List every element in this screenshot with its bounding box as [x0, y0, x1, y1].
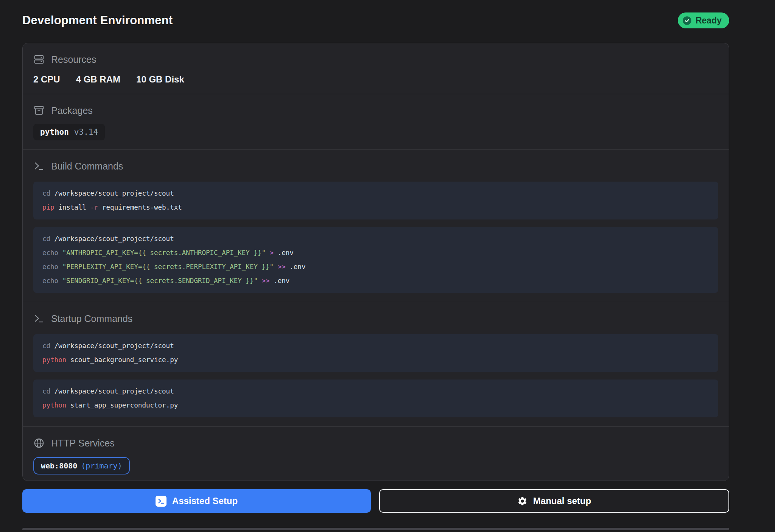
code-token: /workspace/scout_project/scout: [50, 387, 174, 395]
check-circle-icon: [682, 16, 692, 26]
assisted-setup-button[interactable]: Assisted Setup: [22, 489, 371, 513]
code-token: python: [42, 356, 66, 364]
section-startup-commands: Startup Commands cd /workspace/scout_pro…: [23, 302, 729, 427]
code-line: cd /workspace/scout_project/scout: [42, 339, 709, 353]
http-service-name: web:8080: [41, 461, 77, 470]
section-resources: Resources 2 CPU4 GB RAM10 GB Disk: [23, 43, 729, 94]
code-token: cd: [42, 342, 50, 350]
code-token: [58, 263, 62, 271]
code-token: .env: [270, 277, 290, 285]
packages-title: Packages: [51, 105, 93, 116]
status-badge: Ready: [678, 12, 729, 28]
code-token: echo: [42, 277, 58, 285]
code-token: [258, 277, 262, 285]
code-token: cd: [42, 235, 50, 243]
http-service-badge[interactable]: web:8080 (primary): [33, 457, 130, 474]
code-token: scout_background_service.py: [66, 356, 178, 364]
resource-item: 10 GB Disk: [136, 74, 184, 85]
code-block: cd /workspace/scout_project/scoutpip ins…: [33, 182, 718, 219]
startup-commands-title: Startup Commands: [51, 313, 132, 324]
section-packages: Packages python v3.14: [23, 94, 729, 150]
terminal-icon: [33, 160, 45, 172]
resource-item: 2 CPU: [33, 74, 60, 85]
package-version: v3.14: [74, 128, 98, 137]
code-token: "ANTHROPIC_API_KEY={{ secrets.ANTHROPIC_…: [62, 249, 266, 257]
archive-icon: [33, 105, 45, 116]
package-badge[interactable]: python v3.14: [33, 124, 105, 140]
code-block: cd /workspace/scout_project/scoutpython …: [33, 334, 718, 372]
code-token: >>: [278, 263, 286, 271]
code-token: [266, 249, 270, 257]
code-line: cd /workspace/scout_project/scout: [42, 384, 709, 398]
code-line: pip install -r requirements-web.txt: [42, 201, 709, 215]
code-token: "SENDGRID_API_KEY={{ secrets.SENDGRID_AP…: [62, 277, 258, 285]
terminal-icon: [33, 313, 45, 324]
page-header: Development Environment Ready: [22, 12, 729, 29]
section-build-commands: Build Commands cd /workspace/scout_proje…: [23, 150, 729, 302]
code-token: cd: [42, 387, 50, 395]
startup-commands-header: Startup Commands: [33, 313, 718, 324]
code-token: echo: [42, 263, 58, 271]
code-line: echo "PERPLEXITY_API_KEY={{ secrets.PERP…: [42, 260, 709, 274]
code-token: [274, 263, 278, 271]
resource-item: 4 GB RAM: [76, 74, 120, 85]
manual-setup-button[interactable]: Manual setup: [379, 489, 729, 513]
http-services-header: HTTP Services: [33, 437, 718, 449]
code-token: cd: [42, 190, 50, 197]
code-line: echo "ANTHROPIC_API_KEY={{ secrets.ANTHR…: [42, 246, 709, 260]
resources-header: Resources: [33, 54, 718, 65]
packages-header: Packages: [33, 105, 718, 116]
resource-row: 2 CPU4 GB RAM10 GB Disk: [33, 74, 718, 85]
http-service-note: (primary): [81, 461, 122, 470]
page: Development Environment Ready: [22, 0, 729, 530]
code-token: start_app_superconductor.py: [66, 401, 178, 409]
code-token: >>: [262, 277, 270, 285]
gear-icon: [517, 496, 528, 506]
code-token: /workspace/scout_project/scout: [50, 190, 174, 197]
code-block: cd /workspace/scout_project/scoutpython …: [33, 380, 718, 417]
code-line: cd /workspace/scout_project/scout: [42, 232, 709, 246]
package-name: python: [40, 128, 69, 137]
code-token: /workspace/scout_project/scout: [50, 235, 174, 243]
resources-title: Resources: [51, 54, 96, 65]
code-token: python: [42, 401, 66, 409]
status-label: Ready: [696, 16, 722, 26]
code-token: pip: [42, 204, 54, 211]
assisted-setup-label: Assisted Setup: [172, 496, 238, 506]
code-token: requirements-web.txt: [98, 204, 182, 211]
code-block: cd /workspace/scout_project/scoutecho "A…: [33, 227, 718, 293]
code-token: >: [270, 249, 274, 257]
build-commands-title: Build Commands: [51, 161, 123, 172]
code-line: python scout_background_service.py: [42, 353, 709, 367]
next-card-top-edge: [22, 528, 729, 530]
code-token: .env: [274, 249, 294, 257]
environment-card: Resources 2 CPU4 GB RAM10 GB Disk Packag…: [22, 43, 729, 481]
code-line: cd /workspace/scout_project/scout: [42, 187, 709, 201]
code-token: echo: [42, 249, 58, 257]
page-title: Development Environment: [22, 14, 173, 27]
build-commands-header: Build Commands: [33, 160, 718, 172]
section-http-services: HTTP Services web:8080 (primary): [23, 427, 729, 481]
http-services-title: HTTP Services: [51, 438, 115, 449]
globe-icon: [33, 437, 45, 449]
code-token: -r: [90, 204, 98, 211]
code-token: /workspace/scout_project/scout: [50, 342, 174, 350]
terminal-icon: [156, 496, 167, 507]
code-token: [58, 249, 62, 257]
server-icon: [33, 54, 45, 65]
footer-actions: Assisted Setup Manual setup: [22, 489, 729, 513]
code-token: "PERPLEXITY_API_KEY={{ secrets.PERPLEXIT…: [62, 263, 274, 271]
code-token: install: [54, 204, 90, 211]
manual-setup-label: Manual setup: [533, 496, 591, 506]
code-line: python start_app_superconductor.py: [42, 398, 709, 412]
code-token: .env: [286, 263, 306, 271]
code-token: [58, 277, 62, 285]
code-line: echo "SENDGRID_API_KEY={{ secrets.SENDGR…: [42, 274, 709, 288]
